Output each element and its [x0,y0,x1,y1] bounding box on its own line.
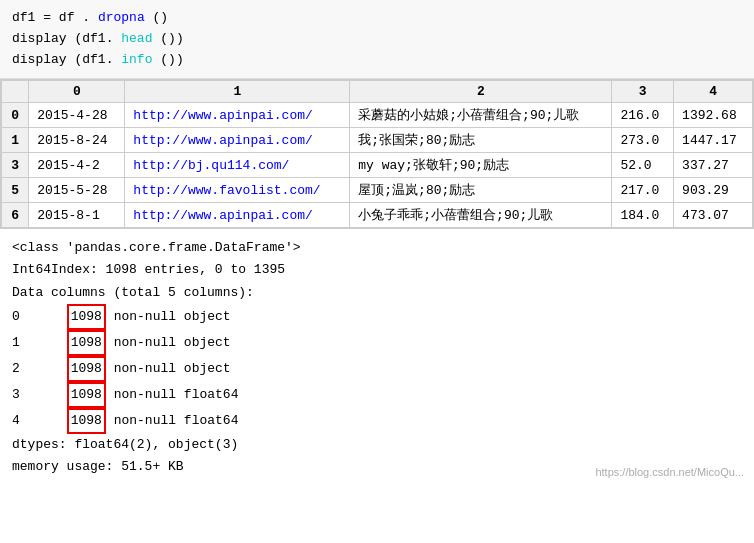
col0-label: 0 [12,309,20,324]
col1-count: 1098 [71,335,102,350]
table-cell: 5 [2,178,29,203]
table-cell: 2015-8-1 [29,203,125,228]
table-cell: http://www.favolist.com/ [125,178,350,203]
table-cell: http://www.apinpai.com/ [125,103,350,128]
table-cell: 6 [2,203,29,228]
table-cell: 52.0 [612,153,674,178]
data-table: 0 1 2 3 4 02015-4-28http://www.apinpai.c… [1,80,753,228]
col-header-0: 0 [29,81,125,103]
table-cell: 903.29 [674,178,753,203]
col1-desc: non-null object [114,335,231,350]
col3-count: 1098 [71,387,102,402]
col1-count-box: 1098 [67,330,106,356]
code-block: df1 = df . dropna () display (df1. head … [0,0,754,79]
fn-display2: display [12,52,67,67]
table-cell: http://bj.qu114.com/ [125,153,350,178]
col3-desc: non-null float64 [114,387,239,402]
table-cell: 217.0 [612,178,674,203]
table-cell: 屋顶;温岚;80;励志 [350,178,612,203]
obj-df: df [59,10,75,25]
col1-label: 1 [12,335,20,350]
table-cell: 2015-4-2 [29,153,125,178]
info-col1: 1 1098 non-null object [12,330,742,356]
info-line-1: <class 'pandas.core.frame.DataFrame'> [12,237,742,259]
col2-label: 2 [12,361,20,376]
table-cell: 1447.17 [674,128,753,153]
info-line-2: Int64Index: 1098 entries, 0 to 1395 [12,259,742,281]
info-dtypes: dtypes: float64(2), object(3) [12,434,742,456]
table-cell: 2015-4-28 [29,103,125,128]
col0-count-box: 1098 [67,304,106,330]
table-cell: 2015-8-24 [29,128,125,153]
col3-count-box: 1098 [67,382,106,408]
fn-display1: display [12,31,67,46]
col2-count: 1098 [71,361,102,376]
info-line-3: Data columns (total 5 columns): [12,282,742,304]
table-cell: 1 [2,128,29,153]
col4-count: 1098 [71,413,102,428]
table-cell: 2015-5-28 [29,178,125,203]
code-line-1: df1 = df . dropna () [12,8,742,29]
table-cell: http://www.apinpai.com/ [125,203,350,228]
col-header-4: 4 [674,81,753,103]
table-row: 32015-4-2http://bj.qu114.com/my way;张敬轩;… [2,153,753,178]
method-head: head [121,31,152,46]
table-cell: 我;张国荣;80;励志 [350,128,612,153]
table-cell: my way;张敬轩;90;励志 [350,153,612,178]
col3-label: 3 [12,387,20,402]
watermark: https://blog.csdn.net/MicoQu... [595,466,744,478]
table-cell: 3 [2,153,29,178]
table-cell: 0 [2,103,29,128]
col-header-3: 3 [612,81,674,103]
table-cell: 184.0 [612,203,674,228]
info-col2: 2 1098 non-null object [12,356,742,382]
table-cell: 216.0 [612,103,674,128]
method-info: info [121,52,152,67]
var-df1: df1 [12,10,35,25]
col2-count-box: 1098 [67,356,106,382]
table-row: 12015-8-24http://www.apinpai.com/我;张国荣;8… [2,128,753,153]
col0-count: 1098 [71,309,102,324]
info-col3: 3 1098 non-null float64 [12,382,742,408]
table-cell: 473.07 [674,203,753,228]
table-cell: 337.27 [674,153,753,178]
col-header-2: 2 [350,81,612,103]
info-col0: 0 1098 non-null object [12,304,742,330]
table-cell: 273.0 [612,128,674,153]
table-cell: http://www.apinpai.com/ [125,128,350,153]
table-row: 52015-5-28http://www.favolist.com/屋顶;温岚;… [2,178,753,203]
col0-desc: non-null object [114,309,231,324]
table-cell: 采蘑菇的小姑娘;小蓓蕾组合;90;儿歌 [350,103,612,128]
col2-desc: non-null object [114,361,231,376]
col4-desc: non-null float64 [114,413,239,428]
table-cell: 1392.68 [674,103,753,128]
col-header-1: 1 [125,81,350,103]
table-row: 02015-4-28http://www.apinpai.com/采蘑菇的小姑娘… [2,103,753,128]
table-header-row: 0 1 2 3 4 [2,81,753,103]
code-line-3: display (df1. info ()) [12,50,742,71]
info-block: <class 'pandas.core.frame.DataFrame'> In… [0,229,754,486]
col-header-index [2,81,29,103]
dataframe-table: 0 1 2 3 4 02015-4-28http://www.apinpai.c… [0,79,754,229]
info-col4: 4 1098 non-null float64 [12,408,742,434]
table-cell: 小兔子乖乖;小蓓蕾组合;90;儿歌 [350,203,612,228]
table-row: 62015-8-1http://www.apinpai.com/小兔子乖乖;小蓓… [2,203,753,228]
col4-label: 4 [12,413,20,428]
method-dropna: dropna [98,10,145,25]
col4-count-box: 1098 [67,408,106,434]
code-line-2: display (df1. head ()) [12,29,742,50]
